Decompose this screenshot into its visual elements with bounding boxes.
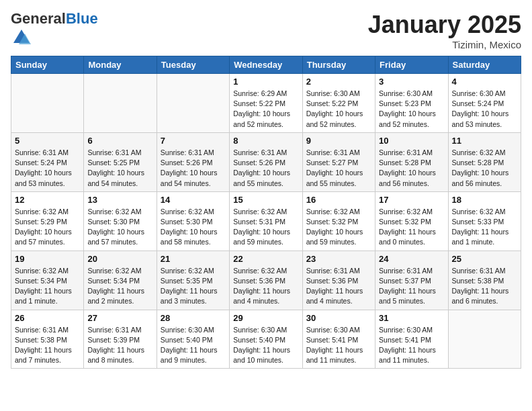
- calendar-cell: 28Sunrise: 6:30 AMSunset: 5:40 PMDayligh…: [157, 310, 229, 369]
- day-info: Sunrise: 6:30 AMSunset: 5:23 PMDaylight:…: [379, 89, 444, 130]
- weekday-header-row: SundayMondayTuesdayWednesdayThursdayFrid…: [11, 56, 521, 74]
- logo: GeneralBlue: [11, 11, 98, 48]
- day-info: Sunrise: 6:32 AMSunset: 5:34 PMDaylight:…: [87, 266, 152, 307]
- day-info: Sunrise: 6:30 AMSunset: 5:40 PMDaylight:…: [233, 325, 298, 366]
- calendar-cell: 14Sunrise: 6:32 AMSunset: 5:30 PMDayligh…: [157, 191, 229, 250]
- day-number: 13: [87, 195, 152, 205]
- calendar-cell: 8Sunrise: 6:31 AMSunset: 5:26 PMDaylight…: [230, 132, 302, 191]
- day-info: Sunrise: 6:31 AMSunset: 5:38 PMDaylight:…: [452, 266, 517, 307]
- logo-icon: [12, 27, 31, 46]
- calendar-cell: 27Sunrise: 6:31 AMSunset: 5:39 PMDayligh…: [84, 310, 157, 369]
- day-number: 3: [379, 77, 444, 87]
- day-number: 29: [233, 313, 298, 323]
- day-number: 4: [452, 77, 517, 87]
- day-info: Sunrise: 6:31 AMSunset: 5:38 PMDaylight:…: [15, 325, 80, 366]
- day-number: 12: [15, 195, 80, 205]
- day-number: 5: [15, 136, 80, 146]
- weekday-header-sunday: Sunday: [11, 56, 84, 74]
- day-info: Sunrise: 6:32 AMSunset: 5:28 PMDaylight:…: [452, 148, 517, 189]
- day-info: Sunrise: 6:31 AMSunset: 5:37 PMDaylight:…: [379, 266, 444, 307]
- day-number: 2: [306, 77, 371, 87]
- day-info: Sunrise: 6:31 AMSunset: 5:36 PMDaylight:…: [306, 266, 371, 307]
- day-number: 28: [161, 313, 226, 323]
- day-info: Sunrise: 6:30 AMSunset: 5:24 PMDaylight:…: [452, 89, 517, 130]
- day-info: Sunrise: 6:32 AMSunset: 5:30 PMDaylight:…: [161, 207, 226, 248]
- calendar-cell: 29Sunrise: 6:30 AMSunset: 5:40 PMDayligh…: [230, 310, 302, 369]
- title-block: January 2025 Tizimin, Mexico: [368, 11, 521, 50]
- calendar-cell: 22Sunrise: 6:32 AMSunset: 5:36 PMDayligh…: [230, 250, 302, 310]
- calendar-cell: 21Sunrise: 6:32 AMSunset: 5:35 PMDayligh…: [157, 250, 229, 310]
- day-number: 15: [233, 195, 298, 205]
- day-info: Sunrise: 6:31 AMSunset: 5:26 PMDaylight:…: [233, 148, 298, 189]
- day-info: Sunrise: 6:32 AMSunset: 5:34 PMDaylight:…: [15, 266, 80, 307]
- calendar-cell: 4Sunrise: 6:30 AMSunset: 5:24 PMDaylight…: [448, 74, 521, 133]
- calendar-cell: 7Sunrise: 6:31 AMSunset: 5:26 PMDaylight…: [157, 132, 229, 191]
- day-number: 31: [379, 313, 444, 323]
- day-number: 11: [452, 136, 517, 146]
- calendar-cell: 1Sunrise: 6:29 AMSunset: 5:22 PMDaylight…: [230, 74, 302, 133]
- day-number: 10: [379, 136, 444, 146]
- day-info: Sunrise: 6:31 AMSunset: 5:27 PMDaylight:…: [306, 148, 371, 189]
- calendar-cell: 16Sunrise: 6:32 AMSunset: 5:32 PMDayligh…: [302, 191, 375, 250]
- calendar-cell: 18Sunrise: 6:32 AMSunset: 5:33 PMDayligh…: [448, 191, 521, 250]
- day-info: Sunrise: 6:30 AMSunset: 5:22 PMDaylight:…: [306, 89, 371, 130]
- calendar-cell: 26Sunrise: 6:31 AMSunset: 5:38 PMDayligh…: [11, 310, 84, 369]
- day-number: 19: [15, 254, 80, 264]
- day-info: Sunrise: 6:30 AMSunset: 5:40 PMDaylight:…: [161, 325, 226, 366]
- calendar-cell: 13Sunrise: 6:32 AMSunset: 5:30 PMDayligh…: [84, 191, 157, 250]
- weekday-header-wednesday: Wednesday: [230, 56, 302, 74]
- calendar-cell: 12Sunrise: 6:32 AMSunset: 5:29 PMDayligh…: [11, 191, 84, 250]
- day-info: Sunrise: 6:32 AMSunset: 5:35 PMDaylight:…: [161, 266, 226, 307]
- calendar-cell: [11, 74, 84, 133]
- week-row-1: 1Sunrise: 6:29 AMSunset: 5:22 PMDaylight…: [11, 74, 521, 133]
- day-number: 25: [452, 254, 517, 264]
- day-number: 8: [233, 136, 298, 146]
- calendar-table: SundayMondayTuesdayWednesdayThursdayFrid…: [11, 56, 521, 369]
- day-info: Sunrise: 6:32 AMSunset: 5:29 PMDaylight:…: [15, 207, 80, 248]
- calendar-cell: 11Sunrise: 6:32 AMSunset: 5:28 PMDayligh…: [448, 132, 521, 191]
- day-number: 27: [87, 313, 152, 323]
- day-number: 14: [161, 195, 226, 205]
- page-header: GeneralBlue January 2025 Tizimin, Mexico: [11, 11, 521, 50]
- week-row-2: 5Sunrise: 6:31 AMSunset: 5:24 PMDaylight…: [11, 132, 521, 191]
- location-text: Tizimin, Mexico: [368, 39, 521, 50]
- calendar-cell: 31Sunrise: 6:30 AMSunset: 5:41 PMDayligh…: [375, 310, 448, 369]
- week-row-4: 19Sunrise: 6:32 AMSunset: 5:34 PMDayligh…: [11, 250, 521, 310]
- calendar-cell: 20Sunrise: 6:32 AMSunset: 5:34 PMDayligh…: [84, 250, 157, 310]
- day-info: Sunrise: 6:32 AMSunset: 5:32 PMDaylight:…: [379, 207, 444, 248]
- day-number: 24: [379, 254, 444, 264]
- week-row-3: 12Sunrise: 6:32 AMSunset: 5:29 PMDayligh…: [11, 191, 521, 250]
- weekday-header-thursday: Thursday: [302, 56, 375, 74]
- calendar-cell: 23Sunrise: 6:31 AMSunset: 5:36 PMDayligh…: [302, 250, 375, 310]
- calendar-cell: 2Sunrise: 6:30 AMSunset: 5:22 PMDaylight…: [302, 74, 375, 133]
- day-number: 7: [161, 136, 226, 146]
- calendar-cell: 17Sunrise: 6:32 AMSunset: 5:32 PMDayligh…: [375, 191, 448, 250]
- day-info: Sunrise: 6:32 AMSunset: 5:36 PMDaylight:…: [233, 266, 298, 307]
- day-info: Sunrise: 6:30 AMSunset: 5:41 PMDaylight:…: [306, 325, 371, 366]
- day-info: Sunrise: 6:31 AMSunset: 5:28 PMDaylight:…: [379, 148, 444, 189]
- logo-blue-text: Blue: [66, 10, 98, 27]
- calendar-cell: [84, 74, 157, 133]
- logo-general-text: General: [11, 10, 66, 27]
- day-info: Sunrise: 6:31 AMSunset: 5:25 PMDaylight:…: [87, 148, 152, 189]
- day-number: 9: [306, 136, 371, 146]
- calendar-cell: [157, 74, 229, 133]
- day-number: 23: [306, 254, 371, 264]
- day-number: 17: [379, 195, 444, 205]
- weekday-header-friday: Friday: [375, 56, 448, 74]
- day-number: 30: [306, 313, 371, 323]
- day-info: Sunrise: 6:30 AMSunset: 5:41 PMDaylight:…: [379, 325, 444, 366]
- day-info: Sunrise: 6:32 AMSunset: 5:30 PMDaylight:…: [87, 207, 152, 248]
- week-row-5: 26Sunrise: 6:31 AMSunset: 5:38 PMDayligh…: [11, 310, 521, 369]
- weekday-header-tuesday: Tuesday: [157, 56, 229, 74]
- day-info: Sunrise: 6:32 AMSunset: 5:31 PMDaylight:…: [233, 207, 298, 248]
- calendar-cell: 6Sunrise: 6:31 AMSunset: 5:25 PMDaylight…: [84, 132, 157, 191]
- day-number: 21: [161, 254, 226, 264]
- calendar-cell: 19Sunrise: 6:32 AMSunset: 5:34 PMDayligh…: [11, 250, 84, 310]
- weekday-header-monday: Monday: [84, 56, 157, 74]
- calendar-cell: [448, 310, 521, 369]
- day-number: 20: [87, 254, 152, 264]
- day-number: 16: [306, 195, 371, 205]
- calendar-cell: 3Sunrise: 6:30 AMSunset: 5:23 PMDaylight…: [375, 74, 448, 133]
- calendar-cell: 25Sunrise: 6:31 AMSunset: 5:38 PMDayligh…: [448, 250, 521, 310]
